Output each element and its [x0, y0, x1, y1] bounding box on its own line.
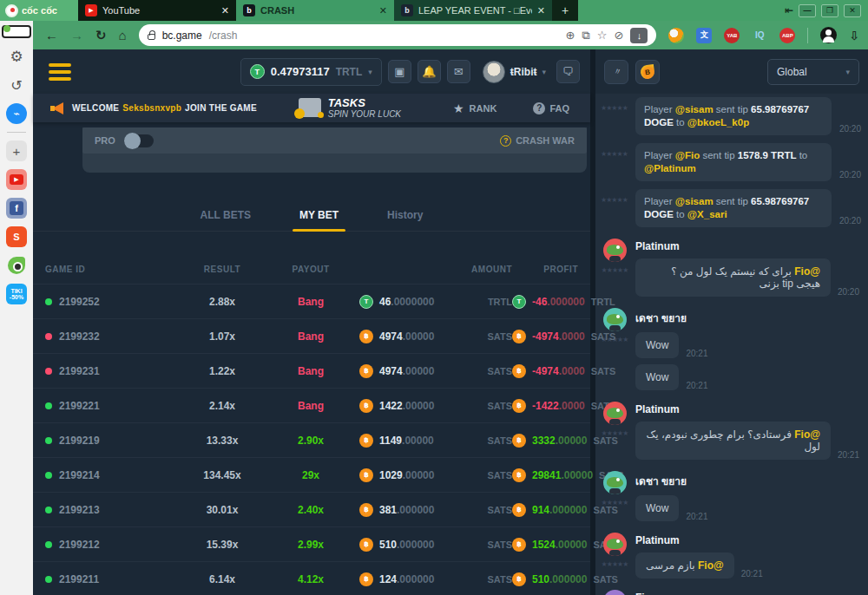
youtube-shortcut-icon[interactable]: ▶ — [6, 169, 27, 190]
tab-close-icon[interactable]: ✕ — [221, 5, 229, 16]
profit-value: 914.000000 — [532, 504, 587, 516]
profit-value: 29841.00000 — [532, 469, 593, 481]
currency-unit: SATS — [593, 574, 618, 585]
restore-button[interactable]: ❐ — [821, 4, 838, 17]
messenger-icon[interactable]: ⌁ — [6, 103, 27, 124]
iq-extension-icon[interactable]: IQ — [752, 28, 767, 43]
profile-icon[interactable] — [820, 27, 837, 43]
status-dot-icon — [45, 541, 52, 548]
home-icon[interactable]: ⌂ — [119, 28, 127, 42]
welcome-username: Seksbsnxvpb — [122, 103, 181, 113]
add-shortcut-icon[interactable]: + — [6, 141, 27, 161]
rating-stars-icon: ★★★★★ — [601, 97, 634, 135]
profit-value: 3332.00000 — [532, 435, 587, 447]
status-dot-icon — [45, 368, 52, 375]
balance-selector[interactable]: T 0.47973117 TRTL ▾ — [240, 58, 382, 86]
notifications-bell-button[interactable]: 🔔 — [418, 60, 441, 83]
status-dot-icon — [45, 507, 52, 513]
avatar[interactable] — [603, 471, 627, 494]
tab-youtube[interactable]: ▶ YouTube ✕ — [78, 0, 236, 21]
currency-unit: SATS — [487, 366, 512, 376]
fireball-button[interactable]: B — [635, 60, 660, 84]
coccoc-green-icon[interactable] — [6, 255, 27, 276]
payout-value: 2.90x — [262, 435, 359, 447]
currency-unit: SATS — [591, 366, 616, 376]
channel-selector[interactable]: Global ▾ — [767, 59, 859, 85]
yab-extension-icon[interactable]: YAB — [724, 28, 740, 43]
status-dot-icon — [45, 298, 52, 305]
translate-icon[interactable]: ⧉ — [582, 29, 590, 42]
btc-coin-icon: ฿ — [512, 364, 526, 378]
tiki-shortcut-icon[interactable]: TIKI-50% — [6, 284, 27, 304]
tip-bubble: Player @Fio sent tip 1578.9 TRTL to @Pla… — [635, 143, 832, 181]
forward-icon[interactable]: → — [70, 28, 83, 42]
adblock-shield-icon[interactable]: ⊘ — [614, 29, 623, 42]
message-bubble: @Fio بازم مرسی — [635, 552, 734, 579]
avatar[interactable] — [603, 590, 627, 595]
coin-rain-button[interactable]: 〃 — [604, 60, 628, 84]
collapse-icon[interactable]: ⇤ — [785, 4, 793, 16]
minimize-button[interactable]: — — [799, 4, 816, 17]
rank-link[interactable]: ★ RANK — [453, 101, 496, 115]
table-row: 2199214134.45x29x฿1029.00000SATS฿29841.0… — [33, 457, 590, 492]
coccoc-savings-extension-icon[interactable] — [668, 28, 684, 43]
facebook-shortcut-icon[interactable]: f — [6, 198, 27, 219]
timestamp: 20:20 — [839, 124, 861, 134]
download-indicator-icon[interactable]: ↓ — [630, 28, 648, 43]
new-tab-button[interactable]: + — [552, 0, 578, 21]
avatar[interactable] — [603, 308, 627, 331]
avatar[interactable] — [603, 239, 627, 262]
amount-value: 1149.00000 — [379, 435, 434, 447]
btc-coin-icon: ฿ — [359, 364, 373, 378]
zoom-icon[interactable]: ⊕ — [566, 29, 575, 42]
table-row: 21992212.14xBang฿1422.00000SATS฿-1422.00… — [33, 388, 590, 422]
tab-crash-active[interactable]: b CRASH ✕ — [236, 0, 394, 21]
table-row: 219921215.39x2.99x฿510.000000SATS฿1524.0… — [33, 526, 590, 561]
tasks-link[interactable]: TASKSSPIN YOUR LUCK — [299, 97, 401, 119]
tab-leap-year-event[interactable]: b LEAP YEAR EVENT - □Event - ✕ — [394, 0, 552, 21]
faq-link[interactable]: ? FAQ — [533, 102, 569, 114]
crash-war-link[interactable]: ? CRASH WAR — [500, 135, 575, 147]
translate-extension-icon[interactable]: 文 — [696, 28, 712, 43]
game-id: 2199231 — [59, 365, 100, 377]
currency-unit: SATS — [487, 401, 512, 411]
coccoc-cup-icon — [5, 4, 18, 17]
shopee-shortcut-icon[interactable]: S — [6, 226, 27, 247]
settings-gear-icon[interactable]: ⚙ — [6, 46, 27, 67]
coccoc-brand: cốc cốc — [22, 5, 57, 16]
balance-amount: 0.47973117 — [271, 65, 330, 78]
user-menu[interactable]: ŧRibiŧ ▾ — [483, 61, 546, 83]
menu-hamburger-icon[interactable] — [49, 63, 71, 81]
chat-messages: ★★★★★Player @sisam sent tip 65.98769767 … — [595, 94, 868, 595]
tab-close-icon[interactable]: ✕ — [379, 5, 387, 16]
avatar[interactable] — [603, 402, 627, 425]
back-icon[interactable]: ← — [45, 28, 58, 42]
downloads-tray-icon[interactable]: ⇩ — [849, 29, 859, 42]
mail-button[interactable]: ✉ — [447, 60, 470, 83]
chat-panel: 〃 B Global ▾ ★★★★★Player @sisam sent tip… — [595, 49, 868, 595]
status-dot-icon — [45, 333, 52, 340]
chat-message: ★★★★★เดชา ขยายWow20:21 — [601, 471, 859, 521]
tab-my-bet[interactable]: MY BET — [298, 199, 340, 231]
wallet-button[interactable]: ▣ — [388, 60, 411, 83]
payout-value: Bang — [262, 400, 359, 412]
message-bubble: Wow — [635, 495, 679, 521]
bookmark-star-icon[interactable]: ☆ — [597, 29, 608, 42]
pro-toggle[interactable] — [124, 134, 154, 147]
tab-close-icon[interactable]: ✕ — [537, 5, 545, 16]
history-icon[interactable]: ↺ — [6, 75, 27, 95]
chevron-down-icon: ▾ — [845, 68, 850, 76]
coccoc-logo[interactable]: cốc cốc — [0, 0, 78, 21]
close-button[interactable]: ✕ — [844, 4, 861, 17]
btc-coin-icon: ฿ — [359, 503, 373, 517]
avatar[interactable] — [603, 533, 627, 556]
currency-unit: SATS — [487, 435, 512, 446]
address-bar[interactable]: bc.game /crash ⊕ ⧉ ☆ ⊘ ↓ — [139, 24, 657, 46]
abp-extension-icon[interactable]: ABP — [779, 28, 795, 43]
btc-coin-icon: ฿ — [512, 572, 526, 586]
sidebar-toggle-icon[interactable] — [2, 25, 31, 38]
tab-all-bets[interactable]: ALL BETS — [199, 199, 253, 231]
chat-toggle-button[interactable]: 🗨 — [556, 60, 580, 83]
reload-icon[interactable]: ↻ — [95, 28, 107, 43]
tab-history[interactable]: History — [385, 199, 424, 231]
